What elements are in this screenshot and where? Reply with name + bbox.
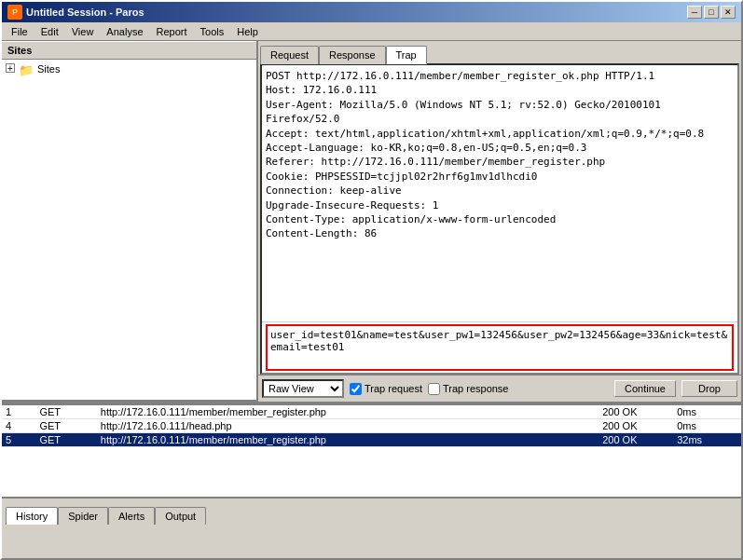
maximize-button[interactable]: □ bbox=[704, 6, 719, 19]
tab-response[interactable]: Response bbox=[319, 46, 386, 64]
menu-view[interactable]: View bbox=[66, 24, 100, 39]
menu-edit[interactable]: Edit bbox=[35, 24, 64, 39]
trap-response-label: Trap response bbox=[428, 383, 509, 395]
sites-panel: Sites + 📁 Sites bbox=[2, 41, 258, 402]
trapped-data-area[interactable]: user_id=test01&name=test&user_pw1=132456… bbox=[266, 324, 734, 371]
trap-response-checkbox[interactable] bbox=[428, 383, 440, 395]
bottom-tab-bar: History Spider Alerts Output bbox=[2, 497, 741, 525]
close-button[interactable]: ✕ bbox=[721, 6, 736, 19]
menu-report[interactable]: Report bbox=[151, 24, 193, 39]
app-icon: P bbox=[7, 5, 22, 20]
bottom-tab-history[interactable]: History bbox=[6, 507, 58, 525]
view-dropdown[interactable]: Raw View Parsed View bbox=[262, 379, 344, 398]
menu-bar: File Edit View Analyse Report Tools Help bbox=[2, 22, 741, 41]
right-panel: Request Response Trap POST http://172.16… bbox=[258, 41, 741, 402]
trap-request-label: Trap request bbox=[350, 383, 422, 395]
trap-request-checkbox[interactable] bbox=[350, 383, 362, 395]
tab-bar: Request Response Trap bbox=[258, 41, 741, 63]
history-table: 1GEThttp://172.16.0.111/member/member_re… bbox=[2, 405, 741, 447]
menu-analyse[interactable]: Analyse bbox=[101, 24, 148, 39]
menu-file[interactable]: File bbox=[6, 24, 34, 39]
bottom-tab-alerts[interactable]: Alerts bbox=[108, 507, 155, 525]
bottom-toolbar: Raw View Parsed View Trap request Trap r… bbox=[258, 375, 741, 402]
view-selector: Raw View Parsed View bbox=[262, 379, 344, 398]
table-row[interactable]: 1GEThttp://172.16.0.111/member/member_re… bbox=[2, 405, 741, 419]
tab-request[interactable]: Request bbox=[260, 46, 319, 64]
drop-button[interactable]: Drop bbox=[681, 380, 737, 397]
folder-icon: 📁 bbox=[19, 63, 34, 77]
sites-tree: + 📁 Sites bbox=[2, 60, 256, 400]
window-controls: ─ □ ✕ bbox=[687, 6, 736, 19]
tree-expand-icon[interactable]: + bbox=[6, 63, 15, 73]
request-text-area: POST http://172.16.0.111/member/member_r… bbox=[262, 65, 737, 321]
sites-tree-label: Sites bbox=[37, 63, 60, 75]
sites-header: Sites bbox=[2, 41, 256, 60]
table-row[interactable]: 4GEThttp://172.16.0.111/head.php200 OK0m… bbox=[2, 419, 741, 433]
table-row[interactable]: 5GEThttp://172.16.0.111/member/member_re… bbox=[2, 433, 741, 447]
window-title: Untitled Session - Paros bbox=[26, 7, 144, 18]
continue-button[interactable]: Continue bbox=[614, 380, 676, 397]
menu-help[interactable]: Help bbox=[231, 24, 264, 39]
history-table-area: 1GEThttp://172.16.0.111/member/member_re… bbox=[2, 403, 741, 497]
bottom-tab-spider[interactable]: Spider bbox=[58, 507, 108, 525]
tab-trap[interactable]: Trap bbox=[386, 46, 427, 64]
title-bar: P Untitled Session - Paros ─ □ ✕ bbox=[2, 2, 741, 22]
menu-tools[interactable]: Tools bbox=[195, 24, 230, 39]
minimize-button[interactable]: ─ bbox=[687, 6, 702, 19]
bottom-tab-output[interactable]: Output bbox=[155, 507, 206, 525]
